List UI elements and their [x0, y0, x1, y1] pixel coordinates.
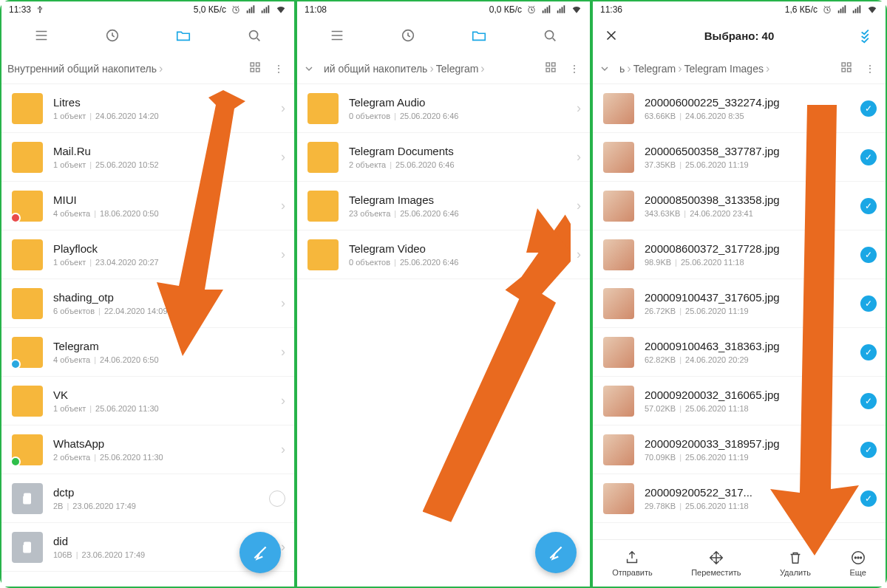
menu-icon[interactable]: [32, 26, 51, 45]
action-delete[interactable]: Удалить: [780, 550, 811, 577]
list-item[interactable]: shading_otp6 объектов|22.04.2020 14:09›: [1, 279, 294, 328]
selected-check-icon[interactable]: ✓: [860, 247, 877, 263]
file-list[interactable]: Litres1 объект|24.06.2020 14:20›Mail.Ru1…: [1, 84, 294, 587]
checkbox-empty[interactable]: [269, 490, 285, 507]
list-item[interactable]: WhatsApp2 объекта|25.06.2020 11:30›: [1, 425, 294, 474]
list-item[interactable]: 200009200522_317...29.78KB|25.06.2020 11…: [593, 474, 886, 523]
chevron-right-icon: ›: [281, 198, 285, 213]
app-badge-icon: [10, 213, 21, 223]
selected-check-icon[interactable]: ✓: [860, 490, 877, 507]
list-item[interactable]: 200009200033_318957.jpg70.09KB|25.06.202…: [593, 425, 886, 474]
clean-fab[interactable]: [239, 532, 281, 573]
item-sub: 98.9KB|25.06.2020 11:18: [645, 258, 850, 267]
recent-icon[interactable]: [398, 26, 418, 45]
more-icon[interactable]: ⋮: [565, 63, 584, 75]
crumb-segment[interactable]: Внутренний общий накопитель: [7, 63, 157, 75]
svg-point-23: [854, 557, 856, 558]
crumb-segment[interactable]: Telegram: [436, 63, 479, 75]
list-item[interactable]: Telegram Images23 объекта|25.06.2020 6:4…: [297, 182, 590, 230]
menu-icon[interactable]: [327, 26, 347, 45]
action-move[interactable]: Переместить: [691, 550, 741, 577]
more-icon[interactable]: ⋮: [860, 63, 880, 75]
item-meta: Playflock1 объект|23.04.2020 20:27: [53, 242, 271, 267]
list-item[interactable]: Telegram4 объекта|24.06.2020 6:50›: [1, 328, 294, 377]
file-list[interactable]: 200006000225_332274.jpg63.66KB|24.06.202…: [593, 84, 886, 539]
list-item[interactable]: 200009200032_316065.jpg57.02KB|25.06.202…: [593, 377, 886, 425]
grid-view-icon[interactable]: [245, 61, 265, 76]
breadcrumb[interactable]: Внутренний общий накопитель › ⋮: [1, 53, 294, 84]
svg-rect-19: [848, 63, 852, 66]
chevron-down-icon[interactable]: [599, 63, 614, 75]
file-list[interactable]: Telegram Audio0 объектов|25.06.2020 6:46…: [297, 84, 590, 587]
recent-icon[interactable]: [103, 26, 122, 45]
list-item[interactable]: 200008500398_313358.jpg343.63KB|24.06.20…: [593, 182, 886, 230]
selected-check-icon[interactable]: ✓: [860, 442, 877, 458]
chevron-down-icon[interactable]: [303, 63, 318, 75]
folder-tab-icon[interactable]: [469, 26, 489, 45]
list-item[interactable]: Telegram Video0 объектов|25.06.2020 6:46…: [297, 230, 590, 279]
item-meta: MIUI4 объекта|18.06.2020 0:50: [53, 194, 271, 218]
item-sub: 1 объект|25.06.2020 10:52: [53, 160, 271, 169]
crumb-segment[interactable]: ий общий накопитель: [324, 63, 427, 75]
folder-icon: [307, 93, 339, 124]
selected-check-icon[interactable]: ✓: [860, 198, 877, 214]
item-name: did: [53, 535, 271, 547]
list-item[interactable]: 200008600372_317728.jpg98.9KB|25.06.2020…: [593, 230, 886, 279]
item-name: 200008600372_317728.jpg: [645, 242, 850, 255]
svg-rect-18: [842, 63, 846, 66]
breadcrumb[interactable]: ий общий накопитель › Telegram › ⋮: [297, 53, 590, 84]
status-bar: 11:33 5,0 КБ/с: [1, 1, 294, 18]
search-icon[interactable]: [245, 26, 264, 45]
list-item[interactable]: MIUI4 объекта|18.06.2020 0:50›: [1, 182, 294, 230]
list-item[interactable]: dctp2B|23.06.2020 17:49: [1, 474, 294, 523]
item-name: Mail.Ru: [53, 145, 271, 157]
list-item[interactable]: Telegram Audio0 объектов|25.06.2020 6:46…: [297, 84, 590, 133]
signal-icon: [541, 4, 551, 15]
status-bar: 11:08 0,0 КБ/с: [297, 1, 590, 18]
crumb-segment[interactable]: ь: [619, 63, 625, 75]
folder-tab-icon[interactable]: [174, 26, 193, 45]
list-item[interactable]: 200006500358_337787.jpg37.35KB|25.06.202…: [593, 133, 886, 182]
breadcrumb[interactable]: ь › Telegram › Telegram Images › ⋮: [593, 53, 886, 84]
selected-check-icon[interactable]: ✓: [860, 393, 877, 409]
status-net: 5,0 КБ/с: [194, 4, 226, 15]
list-item[interactable]: VK1 объект|25.06.2020 11:30›: [1, 377, 294, 425]
list-item[interactable]: Playflock1 объект|23.04.2020 20:27›: [1, 230, 294, 279]
folder-icon: [12, 434, 43, 465]
list-item[interactable]: 200009100463_318363.jpg62.82KB|24.06.202…: [593, 328, 886, 377]
grid-view-icon[interactable]: [541, 61, 560, 76]
select-all-icon[interactable]: [857, 26, 877, 45]
selected-check-icon[interactable]: ✓: [860, 295, 877, 312]
item-name: shading_otp: [53, 291, 271, 304]
action-send[interactable]: Отправить: [612, 550, 653, 577]
list-item[interactable]: 200009100437_317605.jpg26.72KB|25.06.202…: [593, 279, 886, 328]
svg-rect-21: [848, 69, 852, 72]
svg-point-25: [860, 557, 861, 558]
grid-view-icon[interactable]: [837, 61, 856, 76]
action-more[interactable]: Еще: [849, 550, 866, 577]
list-item[interactable]: 200006000225_332274.jpg63.66KB|24.06.202…: [593, 84, 886, 133]
item-name: Telegram Video: [349, 242, 566, 255]
svg-point-24: [857, 557, 859, 558]
search-icon[interactable]: [540, 26, 560, 45]
selected-check-icon[interactable]: ✓: [860, 100, 877, 117]
item-name: Telegram Images: [349, 194, 566, 206]
list-item[interactable]: Mail.Ru1 объект|25.06.2020 10:52›: [1, 133, 294, 182]
selected-check-icon[interactable]: ✓: [860, 344, 877, 360]
item-sub: 4 объекта|24.06.2020 6:50: [53, 355, 271, 364]
item-meta: 200009200522_317...29.78KB|25.06.2020 11…: [645, 486, 850, 510]
crumb-segment[interactable]: Telegram Images: [684, 63, 764, 75]
list-item[interactable]: Litres1 объект|24.06.2020 14:20›: [1, 84, 294, 133]
item-sub: 1 объект|23.04.2020 20:27: [53, 258, 271, 267]
close-icon[interactable]: [602, 26, 621, 45]
crumb-segment[interactable]: Telegram: [633, 63, 676, 75]
list-item[interactable]: Telegram Documents2 объекта|25.06.2020 6…: [297, 133, 590, 182]
pane-2: 11:08 0,0 КБ/с ий общий накопитель › T: [296, 0, 591, 588]
item-name: 200009200522_317...: [645, 486, 850, 499]
more-icon[interactable]: ⋮: [269, 63, 288, 75]
item-meta: did106B|23.06.2020 17:49: [53, 535, 271, 559]
item-sub: 1 объект|24.06.2020 14:20: [53, 112, 271, 120]
folder-icon: [307, 142, 339, 173]
clean-fab[interactable]: [535, 532, 577, 573]
selected-check-icon[interactable]: ✓: [860, 149, 877, 165]
